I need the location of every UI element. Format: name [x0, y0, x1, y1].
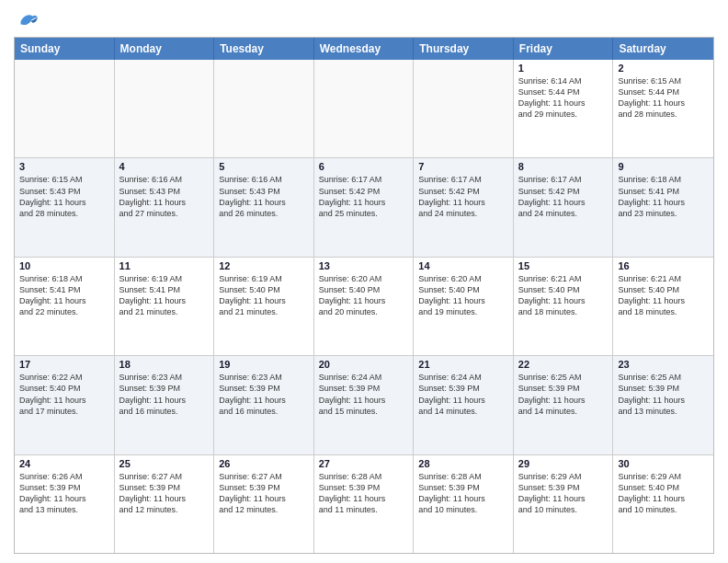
cell-info: Sunrise: 6:20 AMSunset: 5:40 PMDaylight:…	[319, 273, 409, 318]
day-number: 7	[418, 161, 508, 172]
calendar-cell: 24Sunrise: 6:26 AMSunset: 5:39 PMDayligh…	[15, 455, 115, 553]
cell-info: Sunrise: 6:23 AMSunset: 5:39 PMDaylight:…	[119, 372, 210, 417]
calendar-cell: 1Sunrise: 6:14 AMSunset: 5:44 PMDaylight…	[514, 60, 614, 157]
calendar-cell	[115, 60, 215, 157]
page: SundayMondayTuesdayWednesdayThursdayFrid…	[0, 0, 728, 563]
day-number: 10	[19, 260, 109, 271]
day-number: 16	[618, 260, 709, 271]
calendar: SundayMondayTuesdayWednesdayThursdayFrid…	[14, 37, 714, 554]
cell-info: Sunrise: 6:15 AMSunset: 5:44 PMDaylight:…	[618, 75, 709, 121]
logo-bird-icon	[14, 9, 40, 31]
calendar-row: 10Sunrise: 6:18 AMSunset: 5:41 PMDayligh…	[15, 258, 713, 356]
header	[14, 9, 714, 31]
day-number: 24	[19, 458, 109, 469]
calendar-cell: 21Sunrise: 6:24 AMSunset: 5:39 PMDayligh…	[414, 356, 514, 454]
cell-info: Sunrise: 6:29 AMSunset: 5:40 PMDaylight:…	[618, 471, 709, 516]
cell-info: Sunrise: 6:24 AMSunset: 5:39 PMDaylight:…	[319, 372, 409, 417]
calendar-cell: 16Sunrise: 6:21 AMSunset: 5:40 PMDayligh…	[613, 258, 713, 355]
day-number: 20	[319, 359, 409, 370]
day-number: 2	[618, 63, 709, 74]
calendar-cell: 30Sunrise: 6:29 AMSunset: 5:40 PMDayligh…	[613, 455, 713, 553]
calendar-cell: 3Sunrise: 6:15 AMSunset: 5:43 PMDaylight…	[15, 158, 115, 256]
day-number: 28	[418, 458, 508, 469]
calendar-cell	[214, 60, 314, 157]
cell-info: Sunrise: 6:20 AMSunset: 5:40 PMDaylight:…	[418, 273, 508, 318]
cell-info: Sunrise: 6:29 AMSunset: 5:39 PMDaylight:…	[518, 471, 609, 516]
cell-info: Sunrise: 6:14 AMSunset: 5:44 PMDaylight:…	[518, 75, 609, 121]
header-cell-sunday: Sunday	[15, 38, 115, 60]
cell-info: Sunrise: 6:21 AMSunset: 5:40 PMDaylight:…	[618, 273, 709, 318]
cell-info: Sunrise: 6:18 AMSunset: 5:41 PMDaylight:…	[19, 273, 109, 318]
calendar-body: 1Sunrise: 6:14 AMSunset: 5:44 PMDaylight…	[15, 60, 713, 553]
day-number: 5	[219, 161, 309, 172]
calendar-cell: 26Sunrise: 6:27 AMSunset: 5:39 PMDayligh…	[214, 455, 314, 553]
cell-info: Sunrise: 6:17 AMSunset: 5:42 PMDaylight:…	[518, 174, 609, 219]
day-number: 25	[119, 458, 210, 469]
calendar-cell: 13Sunrise: 6:20 AMSunset: 5:40 PMDayligh…	[314, 258, 415, 355]
day-number: 23	[618, 359, 709, 370]
header-cell-tuesday: Tuesday	[214, 38, 314, 60]
cell-info: Sunrise: 6:18 AMSunset: 5:41 PMDaylight:…	[618, 174, 709, 219]
day-number: 1	[518, 63, 609, 74]
cell-info: Sunrise: 6:19 AMSunset: 5:40 PMDaylight:…	[219, 273, 309, 318]
calendar-cell: 27Sunrise: 6:28 AMSunset: 5:39 PMDayligh…	[314, 455, 415, 553]
day-number: 13	[319, 260, 409, 271]
calendar-cell: 7Sunrise: 6:17 AMSunset: 5:42 PMDaylight…	[414, 158, 514, 256]
day-number: 18	[119, 359, 210, 370]
day-number: 8	[518, 161, 609, 172]
cell-info: Sunrise: 6:25 AMSunset: 5:39 PMDaylight:…	[518, 372, 609, 417]
cell-info: Sunrise: 6:17 AMSunset: 5:42 PMDaylight:…	[319, 174, 409, 219]
cell-info: Sunrise: 6:16 AMSunset: 5:43 PMDaylight:…	[119, 174, 210, 219]
day-number: 4	[119, 161, 210, 172]
calendar-cell: 14Sunrise: 6:20 AMSunset: 5:40 PMDayligh…	[414, 258, 514, 355]
calendar-cell: 23Sunrise: 6:25 AMSunset: 5:39 PMDayligh…	[613, 356, 713, 454]
cell-info: Sunrise: 6:28 AMSunset: 5:39 PMDaylight:…	[319, 471, 409, 516]
cell-info: Sunrise: 6:24 AMSunset: 5:39 PMDaylight:…	[418, 372, 508, 417]
day-number: 15	[518, 260, 609, 271]
calendar-cell: 17Sunrise: 6:22 AMSunset: 5:40 PMDayligh…	[15, 356, 115, 454]
day-number: 26	[219, 458, 309, 469]
calendar-cell: 18Sunrise: 6:23 AMSunset: 5:39 PMDayligh…	[115, 356, 215, 454]
day-number: 22	[518, 359, 609, 370]
calendar-cell	[314, 60, 415, 157]
calendar-cell: 28Sunrise: 6:28 AMSunset: 5:39 PMDayligh…	[414, 455, 514, 553]
calendar-row: 3Sunrise: 6:15 AMSunset: 5:43 PMDaylight…	[15, 158, 713, 257]
cell-info: Sunrise: 6:15 AMSunset: 5:43 PMDaylight:…	[19, 174, 109, 219]
calendar-cell: 11Sunrise: 6:19 AMSunset: 5:41 PMDayligh…	[115, 258, 215, 355]
calendar-cell: 12Sunrise: 6:19 AMSunset: 5:40 PMDayligh…	[214, 258, 314, 355]
cell-info: Sunrise: 6:17 AMSunset: 5:42 PMDaylight:…	[418, 174, 508, 219]
calendar-cell: 4Sunrise: 6:16 AMSunset: 5:43 PMDaylight…	[115, 158, 215, 256]
calendar-cell: 22Sunrise: 6:25 AMSunset: 5:39 PMDayligh…	[514, 356, 614, 454]
logo	[14, 9, 43, 31]
header-cell-wednesday: Wednesday	[314, 38, 415, 60]
calendar-row: 24Sunrise: 6:26 AMSunset: 5:39 PMDayligh…	[15, 455, 713, 553]
calendar-cell: 15Sunrise: 6:21 AMSunset: 5:40 PMDayligh…	[514, 258, 614, 355]
calendar-cell: 10Sunrise: 6:18 AMSunset: 5:41 PMDayligh…	[15, 258, 115, 355]
cell-info: Sunrise: 6:25 AMSunset: 5:39 PMDaylight:…	[618, 372, 709, 417]
header-cell-thursday: Thursday	[414, 38, 514, 60]
calendar-cell: 6Sunrise: 6:17 AMSunset: 5:42 PMDaylight…	[314, 158, 415, 256]
day-number: 6	[319, 161, 409, 172]
header-cell-monday: Monday	[115, 38, 215, 60]
cell-info: Sunrise: 6:27 AMSunset: 5:39 PMDaylight:…	[119, 471, 210, 516]
cell-info: Sunrise: 6:22 AMSunset: 5:40 PMDaylight:…	[19, 372, 109, 417]
calendar-header: SundayMondayTuesdayWednesdayThursdayFrid…	[15, 38, 713, 60]
header-cell-saturday: Saturday	[613, 38, 713, 60]
cell-info: Sunrise: 6:19 AMSunset: 5:41 PMDaylight:…	[119, 273, 210, 318]
cell-info: Sunrise: 6:16 AMSunset: 5:43 PMDaylight:…	[219, 174, 309, 219]
cell-info: Sunrise: 6:26 AMSunset: 5:39 PMDaylight:…	[19, 471, 109, 516]
day-number: 29	[518, 458, 609, 469]
day-number: 11	[119, 260, 210, 271]
calendar-row: 17Sunrise: 6:22 AMSunset: 5:40 PMDayligh…	[15, 356, 713, 454]
header-cell-friday: Friday	[514, 38, 614, 60]
cell-info: Sunrise: 6:23 AMSunset: 5:39 PMDaylight:…	[219, 372, 309, 417]
calendar-cell: 25Sunrise: 6:27 AMSunset: 5:39 PMDayligh…	[115, 455, 215, 553]
calendar-cell: 8Sunrise: 6:17 AMSunset: 5:42 PMDaylight…	[514, 158, 614, 256]
calendar-cell	[15, 60, 115, 157]
day-number: 19	[219, 359, 309, 370]
calendar-cell: 2Sunrise: 6:15 AMSunset: 5:44 PMDaylight…	[613, 60, 713, 157]
calendar-cell: 20Sunrise: 6:24 AMSunset: 5:39 PMDayligh…	[314, 356, 415, 454]
day-number: 9	[618, 161, 709, 172]
calendar-cell: 29Sunrise: 6:29 AMSunset: 5:39 PMDayligh…	[514, 455, 614, 553]
cell-info: Sunrise: 6:27 AMSunset: 5:39 PMDaylight:…	[219, 471, 309, 516]
